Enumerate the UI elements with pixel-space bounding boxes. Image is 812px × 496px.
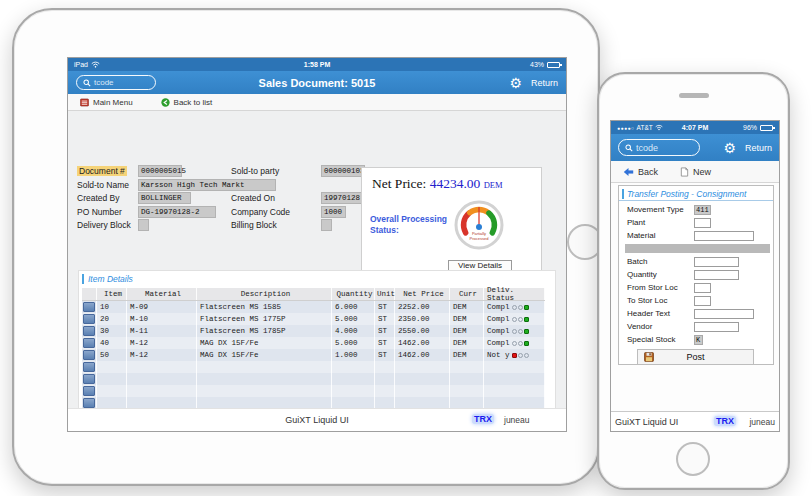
field-label-sold-to-name: Sold-to Name bbox=[77, 179, 129, 191]
search-placeholder: tcode bbox=[636, 143, 658, 153]
table-row-empty bbox=[82, 373, 545, 385]
header-text-field[interactable] bbox=[694, 309, 754, 319]
table-row: 20 M-10 Flatscreen MS 1775P 5.000 ST 235… bbox=[82, 313, 545, 325]
back-to-list-button[interactable]: Back to list bbox=[161, 98, 213, 107]
row-select-button[interactable] bbox=[83, 398, 95, 408]
field-label-material: Material bbox=[627, 231, 655, 241]
iphone-toolbar: Back New bbox=[611, 161, 779, 183]
row-select-button[interactable] bbox=[83, 302, 95, 312]
net-price-panel: Net Price: 44234.00 DEM Overall Processi… bbox=[361, 167, 542, 273]
vendor-field[interactable] bbox=[694, 322, 739, 332]
net-price-label: Net Price: bbox=[372, 176, 426, 191]
field-label-from-stor-loc: From Stor Loc bbox=[627, 283, 678, 293]
iphone-speaker bbox=[679, 93, 709, 98]
field-label-billing-block: Billing Block bbox=[231, 219, 277, 231]
iphone-device: ●●●●○ AT&T 4:07 PM 96% tcode bbox=[597, 72, 790, 490]
status-led bbox=[518, 353, 523, 358]
tcode-search-input[interactable]: tcode bbox=[618, 139, 700, 156]
trx-badge: TRX bbox=[472, 414, 494, 424]
row-select-button[interactable] bbox=[83, 326, 95, 336]
ipad-toolbar: Main Menu Back to list bbox=[68, 94, 566, 111]
delivery-block-field[interactable] bbox=[138, 219, 149, 231]
new-label: New bbox=[693, 167, 711, 177]
table-row-empty bbox=[82, 361, 545, 373]
new-button[interactable]: New bbox=[680, 167, 711, 177]
status-led bbox=[518, 305, 523, 310]
status-led bbox=[518, 341, 523, 346]
field-label-plant: Plant bbox=[627, 218, 645, 228]
app-name: GuiXT Liquid UI bbox=[615, 417, 678, 427]
trx-badge: TRX bbox=[714, 416, 736, 426]
special-stock-field[interactable]: K bbox=[694, 335, 703, 345]
row-select-button[interactable] bbox=[83, 374, 95, 384]
gear-icon[interactable]: ⚙ bbox=[723, 141, 736, 155]
battery-icon bbox=[547, 62, 560, 68]
iphone-header: tcode ⚙ Return bbox=[611, 134, 779, 161]
search-icon bbox=[625, 144, 633, 152]
iphone-content: Transfer Posting - Consignment Movement … bbox=[611, 183, 779, 413]
from-stor-loc-field[interactable] bbox=[694, 283, 711, 293]
ipad-content: Document # 0000005015 Sold-to party 0000… bbox=[68, 111, 566, 410]
billing-block-field[interactable] bbox=[321, 219, 332, 231]
post-button[interactable]: Post bbox=[637, 349, 754, 365]
field-label-po-number: PO Number bbox=[77, 206, 122, 218]
status-led bbox=[512, 353, 517, 358]
processing-status-gauge: Partially Processed bbox=[454, 200, 504, 250]
new-document-icon bbox=[680, 167, 689, 177]
back-button[interactable]: Back bbox=[623, 167, 658, 177]
main-menu-button[interactable]: Main Menu bbox=[80, 98, 133, 107]
po-number-field[interactable]: DG-19970128-2 bbox=[138, 206, 216, 218]
field-label-to-stor-loc: To Stor Loc bbox=[627, 296, 667, 306]
status-led bbox=[524, 353, 529, 358]
back-to-list-icon bbox=[161, 98, 170, 107]
page-title: Sales Document: 5015 bbox=[68, 77, 566, 89]
field-label-document: Document # bbox=[77, 166, 127, 176]
ipad-battery-pct: 43% bbox=[530, 61, 544, 68]
iphone-footer: GuiXT Liquid UI TRX juneau bbox=[611, 411, 779, 431]
net-price-value: 44234.00 bbox=[430, 176, 481, 191]
sold-to-party-field[interactable]: 0000001033 bbox=[321, 165, 365, 177]
net-price-currency: DEM bbox=[484, 180, 503, 190]
save-disk-icon bbox=[644, 352, 654, 362]
field-label-quantity: Quantity bbox=[627, 270, 657, 280]
table-row-empty bbox=[82, 385, 545, 397]
company-code-field[interactable]: 1000 bbox=[321, 206, 346, 218]
status-led bbox=[524, 341, 529, 346]
back-label: Back bbox=[638, 167, 658, 177]
status-led bbox=[518, 317, 523, 322]
return-button[interactable]: Return bbox=[531, 78, 558, 88]
quantity-field[interactable] bbox=[694, 270, 739, 280]
table-row: 30 M-11 Flatscreen MS 1785P 4.000 ST 255… bbox=[82, 325, 545, 337]
created-on-field[interactable]: 19970128 bbox=[321, 192, 365, 204]
main-menu-icon bbox=[80, 98, 89, 107]
created-by-field[interactable]: BOLLINGER bbox=[138, 192, 191, 204]
row-select-button[interactable] bbox=[83, 350, 95, 360]
user-name: juneau bbox=[749, 417, 775, 427]
back-to-list-label: Back to list bbox=[174, 98, 213, 107]
row-select-button[interactable] bbox=[83, 362, 95, 372]
document-number-field[interactable]: 0000005015 bbox=[138, 165, 182, 177]
row-select-button[interactable] bbox=[83, 338, 95, 348]
plant-field[interactable] bbox=[694, 218, 711, 228]
gear-icon[interactable]: ⚙ bbox=[509, 76, 522, 90]
row-select-button[interactable] bbox=[83, 314, 95, 324]
iphone-home-button[interactable] bbox=[676, 442, 710, 476]
material-field[interactable] bbox=[694, 231, 754, 241]
batch-field[interactable] bbox=[694, 257, 739, 267]
sold-to-name-field[interactable]: Karsson High Tech Markt bbox=[138, 179, 276, 191]
processing-status-label: Overall Processing Status: bbox=[370, 214, 458, 235]
ipad-screen: iPad 1:58 PM 43% tcode Sales Document: 5… bbox=[67, 57, 567, 432]
battery-icon bbox=[760, 125, 773, 131]
status-led bbox=[524, 317, 529, 322]
separator-bar bbox=[625, 244, 770, 253]
return-button[interactable]: Return bbox=[745, 143, 772, 153]
iphone-status-bar: ●●●●○ AT&T 4:07 PM 96% bbox=[611, 121, 779, 134]
row-select-button[interactable] bbox=[83, 386, 95, 396]
field-label-special-stock: Special Stock bbox=[627, 335, 675, 345]
ipad-device: iPad 1:58 PM 43% tcode Sales Document: 5… bbox=[12, 8, 600, 486]
transfer-posting-panel: Transfer Posting - Consignment Movement … bbox=[618, 185, 774, 365]
to-stor-loc-field[interactable] bbox=[694, 296, 711, 306]
table-row: 10 M-09 Flatscreen MS 1585 6.000 ST 2252… bbox=[82, 301, 545, 313]
transfer-posting-title: Transfer Posting - Consignment bbox=[619, 188, 773, 201]
movement-type-field[interactable]: 411 bbox=[694, 205, 711, 215]
